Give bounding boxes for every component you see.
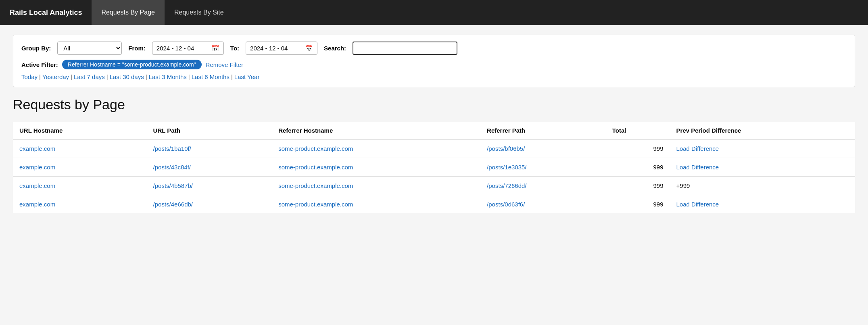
cell-diff-1: Load Difference (670, 158, 855, 177)
cell-referrer-hostname-0: some-product.example.com (272, 139, 480, 158)
load-difference-link-0[interactable]: Load Difference (676, 145, 719, 152)
to-label: To: (230, 45, 239, 52)
requests-table: URL Hostname URL Path Referrer Hostname … (13, 122, 855, 213)
from-label: From: (128, 45, 146, 52)
referrer-path-link-0[interactable]: /posts/bf06b5/ (487, 145, 525, 152)
table-row: example.com/posts/43c84f/some-product.ex… (13, 158, 855, 177)
app-brand: Rails Local Analytics (0, 0, 92, 25)
diff-value-2: +999 (676, 182, 690, 189)
cell-url-hostname-2: example.com (13, 177, 147, 195)
active-filter-row: Active Filter: Referrer Hostname = "some… (21, 60, 847, 69)
col-header-referrer-path: Referrer Path (480, 122, 606, 139)
cell-url-path-2: /posts/4b587b/ (147, 177, 272, 195)
url-path-link-0[interactable]: /posts/1ba10f/ (153, 145, 191, 152)
cell-diff-2: +999 (670, 177, 855, 195)
date-link-today[interactable]: Today (21, 73, 38, 80)
url-hostname-link-3[interactable]: example.com (19, 201, 55, 208)
cell-referrer-path-1: /posts/1e3035/ (480, 158, 606, 177)
date-link-yesterday[interactable]: Yesterday (42, 73, 69, 80)
url-path-link-2[interactable]: /posts/4b587b/ (153, 182, 193, 189)
url-path-link-1[interactable]: /posts/43c84f/ (153, 164, 191, 171)
load-difference-link-3[interactable]: Load Difference (676, 201, 719, 208)
cell-url-hostname-1: example.com (13, 158, 147, 177)
cell-referrer-path-3: /posts/0d63f6/ (480, 195, 606, 214)
referrer-path-link-3[interactable]: /posts/0d63f6/ (487, 201, 525, 208)
date-range-links: Today | Yesterday | Last 7 days | Last 3… (21, 73, 847, 80)
table-header: URL Hostname URL Path Referrer Hostname … (13, 122, 855, 139)
group-by-label: Group By: (21, 45, 51, 52)
from-calendar-icon: 📅 (211, 44, 219, 52)
cell-referrer-hostname-1: some-product.example.com (272, 158, 480, 177)
nav-tab-requests-by-site[interactable]: Requests By Site (165, 0, 234, 25)
cell-url-path-0: /posts/1ba10f/ (147, 139, 272, 158)
active-filter-badge: Referrer Hostname = "some-product.exampl… (62, 60, 202, 69)
to-date-wrap: 📅 (246, 42, 317, 55)
table-row: example.com/posts/1ba10f/some-product.ex… (13, 139, 855, 158)
referrer-hostname-link-3[interactable]: some-product.example.com (278, 201, 353, 208)
cell-referrer-hostname-2: some-product.example.com (272, 177, 480, 195)
active-filter-label: Active Filter: (21, 61, 58, 68)
col-header-total: Total (606, 122, 670, 139)
cell-referrer-path-0: /posts/bf06b5/ (480, 139, 606, 158)
col-header-url-hostname: URL Hostname (13, 122, 147, 139)
page-title: Requests by Page (13, 97, 855, 112)
url-hostname-link-1[interactable]: example.com (19, 164, 55, 171)
table-body: example.com/posts/1ba10f/some-product.ex… (13, 139, 855, 213)
referrer-path-link-1[interactable]: /posts/1e3035/ (487, 164, 526, 171)
col-header-url-path: URL Path (147, 122, 272, 139)
date-link-last-year[interactable]: Last Year (234, 73, 260, 80)
to-date-input[interactable] (250, 45, 303, 52)
cell-diff-0: Load Difference (670, 139, 855, 158)
url-hostname-link-0[interactable]: example.com (19, 145, 55, 152)
cell-diff-3: Load Difference (670, 195, 855, 214)
cell-url-path-1: /posts/43c84f/ (147, 158, 272, 177)
cell-referrer-hostname-3: some-product.example.com (272, 195, 480, 214)
cell-total-3: 999 (606, 195, 670, 214)
cell-referrer-path-2: /posts/7266dd/ (480, 177, 606, 195)
referrer-hostname-link-2[interactable]: some-product.example.com (278, 182, 353, 189)
date-link-last-7-days[interactable]: Last 7 days (74, 73, 105, 80)
cell-url-hostname-0: example.com (13, 139, 147, 158)
referrer-hostname-link-1[interactable]: some-product.example.com (278, 164, 353, 171)
table-row: example.com/posts/4b587b/some-product.ex… (13, 177, 855, 195)
main-content: Group By: All Hostname Path From: 📅 To: … (0, 25, 868, 325)
referrer-path-link-2[interactable]: /posts/7266dd/ (487, 182, 526, 189)
url-path-link-3[interactable]: /posts/4e66db/ (153, 201, 193, 208)
cell-total-2: 999 (606, 177, 670, 195)
filter-row-controls: Group By: All Hostname Path From: 📅 To: … (21, 42, 847, 55)
navbar: Rails Local Analytics Requests By Page R… (0, 0, 868, 25)
nav-tab-requests-by-page[interactable]: Requests By Page (92, 0, 165, 25)
remove-filter-link[interactable]: Remove Filter (206, 61, 243, 68)
table-row: example.com/posts/4e66db/some-product.ex… (13, 195, 855, 214)
load-difference-link-1[interactable]: Load Difference (676, 164, 719, 171)
search-input[interactable] (353, 42, 457, 55)
cell-total-0: 999 (606, 139, 670, 158)
col-header-referrer-hostname: Referrer Hostname (272, 122, 480, 139)
col-header-prev-period-diff: Prev Period Difference (670, 122, 855, 139)
from-date-wrap: 📅 (152, 42, 224, 55)
group-by-select[interactable]: All Hostname Path (57, 42, 122, 55)
url-hostname-link-2[interactable]: example.com (19, 182, 55, 189)
cell-url-path-3: /posts/4e66db/ (147, 195, 272, 214)
date-link-last-3-months[interactable]: Last 3 Months (149, 73, 187, 80)
date-link-last-6-months[interactable]: Last 6 Months (192, 73, 230, 80)
cell-total-1: 999 (606, 158, 670, 177)
referrer-hostname-link-0[interactable]: some-product.example.com (278, 145, 353, 152)
cell-url-hostname-3: example.com (13, 195, 147, 214)
from-date-input[interactable] (156, 45, 209, 52)
to-calendar-icon: 📅 (305, 44, 313, 52)
date-link-last-30-days[interactable]: Last 30 days (110, 73, 144, 80)
search-label: Search: (324, 45, 346, 52)
filter-bar: Group By: All Hostname Path From: 📅 To: … (13, 35, 855, 87)
